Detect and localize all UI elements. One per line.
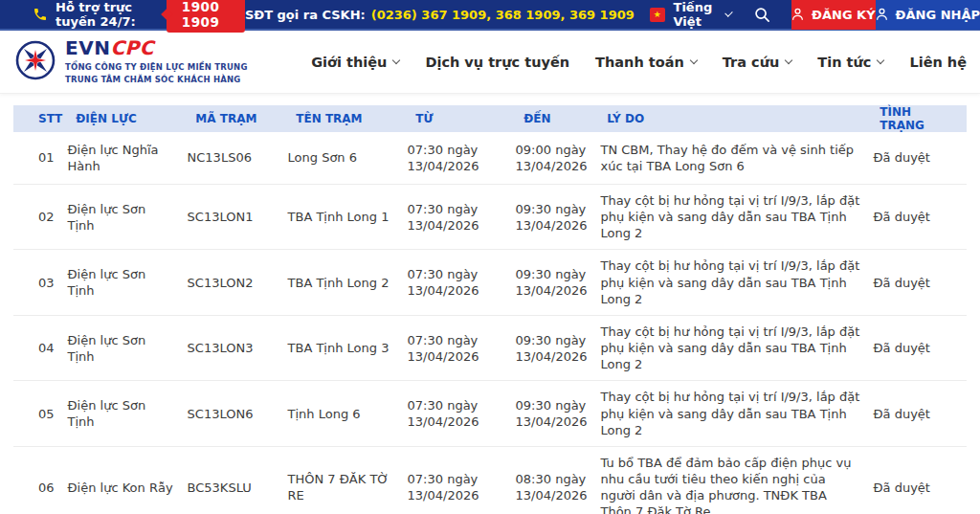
cell-tu: 07:30 ngày 13/04/2026 bbox=[408, 266, 516, 299]
brand-name: EVNCPC bbox=[65, 38, 248, 57]
cell-ly-do: Tu bổ TBA để đảm bảo cấp điện phục vụ nh… bbox=[600, 455, 873, 514]
cell-ma-tram: SC13LON3 bbox=[188, 340, 288, 356]
table-body: 01 Điện lực Nghĩa Hành NC13LS06 Long Sơn… bbox=[13, 132, 967, 514]
cell-tu: 07:30 ngày 13/04/2026 bbox=[408, 142, 516, 174]
cell-ly-do: TN CBM, Thay hệ đo đếm và vệ sinh tiếp x… bbox=[600, 142, 873, 174]
chevron-down-icon bbox=[877, 56, 884, 64]
cell-tu: 07:30 ngày 13/04/2026 bbox=[408, 201, 516, 234]
header-ten-tram: TÊN TRẠM bbox=[296, 112, 415, 125]
cell-tinh-trang: Đã duyệt bbox=[873, 406, 967, 422]
cell-stt: 02 bbox=[13, 209, 68, 225]
cell-den: 09:30 ngày 13/04/2026 bbox=[516, 266, 601, 299]
cell-stt: 04 bbox=[13, 340, 68, 356]
cell-ma-tram: BC53KSLU bbox=[188, 480, 288, 496]
cell-dien-luc: Điện lực Sơn Tịnh bbox=[68, 397, 188, 430]
chevron-down-icon bbox=[785, 56, 792, 64]
cell-ma-tram: SC13LON6 bbox=[188, 406, 288, 422]
register-button[interactable]: ĐĂNG KÝ bbox=[791, 0, 876, 30]
topbar: Hỗ trợ trực tuyến 24/7: 1900 1909 SĐT gọ… bbox=[0, 0, 980, 31]
cell-tinh-trang: Đã duyệt bbox=[873, 275, 967, 291]
cell-ten-tram: THÔN 7 ĐĂK TỜ RE bbox=[288, 471, 408, 503]
table-row: 06 Điện lực Kon Rẫy BC53KSLU THÔN 7 ĐĂK … bbox=[13, 447, 967, 514]
cell-ten-tram: TBA Tịnh Long 2 bbox=[288, 275, 408, 291]
cell-ly-do: Thay cột bị hư hỏng tại vị trí I/9/3, lắ… bbox=[600, 389, 873, 437]
cskh-label: SĐT gọi ra CSKH: bbox=[245, 8, 366, 22]
chevron-down-icon bbox=[392, 56, 400, 64]
logo-subtitle: TỔNG CÔNG TY ĐIỆN LỰC MIỀN TRUNG TRUNG T… bbox=[65, 61, 248, 85]
phone-icon bbox=[33, 7, 48, 22]
header-ly-do: LÝ DO bbox=[607, 112, 880, 125]
outage-table: STT ĐIỆN LỰC MÃ TRẠM TÊN TRẠM TỪ ĐẾN LÝ … bbox=[13, 105, 967, 514]
header-tinh-trang: TÌNH TRẠNG bbox=[880, 105, 967, 132]
cell-tinh-trang: Đã duyệt bbox=[873, 340, 967, 356]
table-row: 05 Điện lực Sơn Tịnh SC13LON6 Tịnh Long … bbox=[13, 381, 967, 446]
cell-ly-do: Thay cột bị hư hỏng tại vị trí I/9/3, lắ… bbox=[600, 192, 873, 241]
header-den: ĐẾN bbox=[523, 112, 607, 125]
cell-stt: 01 bbox=[13, 149, 68, 166]
main-nav: Giới thiệu Dịch vụ trực tuyến Thanh toán… bbox=[311, 55, 967, 70]
table-header-row: STT ĐIỆN LỰC MÃ TRẠM TÊN TRẠM TỪ ĐẾN LÝ … bbox=[13, 105, 967, 132]
header-ma-tram: MÃ TRẠM bbox=[195, 112, 296, 125]
nav-lien-he[interactable]: Liên hệ bbox=[909, 55, 967, 70]
cell-ma-tram: NC13LS06 bbox=[188, 149, 288, 166]
cell-tu: 07:30 ngày 13/04/2026 bbox=[408, 332, 516, 365]
vietnam-flag-icon: ★ bbox=[650, 8, 665, 22]
evncpc-logo[interactable]: EVNCPC TỔNG CÔNG TY ĐIỆN LỰC MIỀN TRUNG … bbox=[13, 38, 248, 85]
header-stt: STT bbox=[13, 112, 76, 125]
search-icon[interactable] bbox=[754, 7, 770, 23]
chevron-down-icon bbox=[724, 9, 732, 16]
table-row: 03 Điện lực Sơn Tịnh SC13LON2 TBA Tịnh L… bbox=[13, 250, 967, 315]
cell-stt: 05 bbox=[13, 406, 68, 422]
header-dien-luc: ĐIỆN LỰC bbox=[76, 112, 195, 125]
support-label: Hỗ trợ trực tuyến 24/7: bbox=[56, 0, 151, 29]
cskh-numbers: (0236) 367 1909, 368 1909, 369 1909 bbox=[371, 8, 635, 22]
cell-dien-luc: Điện lực Sơn Tịnh bbox=[68, 201, 188, 234]
cell-dien-luc: Điện lực Sơn Tịnh bbox=[68, 332, 188, 365]
header-tu: TỪ bbox=[415, 112, 523, 125]
cell-den: 09:00 ngày 13/04/2026 bbox=[516, 142, 601, 174]
cell-ma-tram: SC13LON1 bbox=[188, 209, 288, 225]
cell-dien-luc: Điện lực Nghĩa Hành bbox=[68, 142, 188, 174]
support-group: Hỗ trợ trực tuyến 24/7: 1900 1909 bbox=[33, 0, 245, 33]
nav-tra-cuu[interactable]: Tra cứu bbox=[723, 55, 792, 70]
cell-tu: 07:30 ngày 13/04/2026 bbox=[408, 471, 516, 503]
nav-dich-vu-truc-tuyen[interactable]: Dịch vụ trực tuyến bbox=[425, 55, 569, 70]
table-row: 01 Điện lực Nghĩa Hành NC13LS06 Long Sơn… bbox=[13, 132, 967, 185]
cell-den: 09:30 ngày 13/04/2026 bbox=[516, 397, 601, 430]
cell-den: 08:30 ngày 13/04/2026 bbox=[516, 471, 601, 503]
cell-tinh-trang: Đã duyệt bbox=[873, 149, 967, 166]
user-icon bbox=[876, 8, 888, 21]
cell-den: 09:30 ngày 13/04/2026 bbox=[516, 332, 601, 365]
user-icon bbox=[791, 8, 804, 21]
chevron-down-icon bbox=[690, 56, 698, 64]
site-header: EVNCPC TỔNG CÔNG TY ĐIỆN LỰC MIỀN TRUNG … bbox=[0, 31, 980, 94]
cell-dien-luc: Điện lực Kon Rẫy bbox=[68, 480, 188, 496]
language-selector[interactable]: Tiếng Việt bbox=[674, 0, 732, 29]
cell-stt: 03 bbox=[13, 275, 68, 291]
cell-dien-luc: Điện lực Sơn Tịnh bbox=[68, 266, 188, 299]
nav-gioi-thieu[interactable]: Giới thiệu bbox=[311, 55, 399, 70]
nav-thanh-toan[interactable]: Thanh toán bbox=[595, 55, 697, 70]
login-button[interactable]: ĐĂNG NHẬP bbox=[876, 0, 980, 30]
cell-tu: 07:30 ngày 13/04/2026 bbox=[408, 397, 516, 430]
evn-star-icon bbox=[13, 38, 57, 82]
cell-den: 09:30 ngày 13/04/2026 bbox=[516, 201, 601, 234]
register-label: ĐĂNG KÝ bbox=[812, 8, 876, 22]
cell-stt: 06 bbox=[13, 480, 68, 496]
table-row: 02 Điện lực Sơn Tịnh SC13LON1 TBA Tịnh L… bbox=[13, 185, 967, 250]
nav-tin-tuc[interactable]: Tin tức bbox=[817, 55, 883, 70]
hotline-badge[interactable]: 1900 1909 bbox=[167, 0, 245, 33]
login-label: ĐĂNG NHẬP bbox=[896, 8, 980, 22]
cell-ten-tram: Tịnh Long 6 bbox=[288, 406, 408, 422]
logo-text: EVNCPC TỔNG CÔNG TY ĐIỆN LỰC MIỀN TRUNG … bbox=[65, 38, 248, 85]
language-label: Tiếng Việt bbox=[674, 0, 721, 29]
cell-ma-tram: SC13LON2 bbox=[188, 275, 288, 291]
table-row: 04 Điện lực Sơn Tịnh SC13LON3 TBA Tịnh L… bbox=[13, 316, 967, 381]
cell-ly-do: Thay cột bị hư hỏng tại vị trí I/9/3, lắ… bbox=[600, 324, 873, 372]
cell-ten-tram: Long Sơn 6 bbox=[288, 149, 408, 166]
cell-ten-tram: TBA Tịnh Long 3 bbox=[288, 340, 408, 356]
cell-ly-do: Thay cột bị hư hỏng tại vị trí I/9/3, lắ… bbox=[600, 257, 873, 306]
page: Hỗ trợ trực tuyến 24/7: 1900 1909 SĐT gọ… bbox=[0, 0, 980, 514]
cell-ten-tram: TBA Tịnh Long 1 bbox=[288, 209, 408, 225]
cell-tinh-trang: Đã duyệt bbox=[873, 209, 967, 225]
